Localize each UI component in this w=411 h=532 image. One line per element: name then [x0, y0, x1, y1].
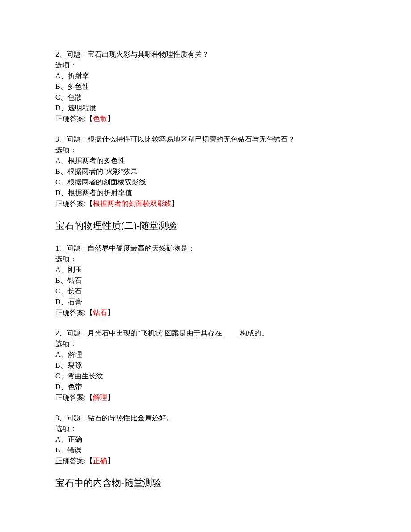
option-a: A、正确 [55, 434, 356, 445]
answer-suffix: 】 [107, 394, 114, 401]
option-c: C、根据两者的刻面棱双影线 [55, 177, 356, 188]
option-b: B、裂隙 [55, 360, 356, 371]
option-c: C、色散 [55, 92, 356, 103]
question-block-5: 3、问题：钻石的导热性比金属还好。 选项： A、正确 B、错误 正确答案:【正确… [55, 413, 356, 466]
answer-line: 正确答案:【根据两者的刻面棱双影线】 [55, 198, 356, 209]
option-b: B、根据两者的"火彩"效果 [55, 166, 356, 177]
answer-line: 正确答案:【钻石】 [55, 307, 356, 318]
option-b: B、钻石 [55, 275, 356, 286]
option-b: B、错误 [55, 445, 356, 456]
option-d: D、石膏 [55, 297, 356, 307]
question-text: 1、问题：自然界中硬度最高的天然矿物是： [55, 243, 356, 254]
question-block-4: 2、问题：月光石中出现的"飞机状"图案是由于其存在 ____ 构成的。 选项： … [55, 328, 356, 403]
section-title-2: 宝石中的内含物-随堂测验 [55, 476, 356, 490]
option-d: D、透明程度 [55, 103, 356, 113]
answer-text: 根据两者的刻面棱双影线 [93, 200, 172, 207]
section-title-1: 宝石的物理性质(二)-随堂测验 [55, 219, 356, 233]
answer-text: 色散 [93, 115, 107, 122]
answer-prefix: 正确答案:【 [55, 200, 93, 207]
answer-prefix: 正确答案:【 [55, 309, 93, 316]
question-text: 3、问题：根据什么特性可以比较容易地区别已切磨的无色钻石与无色锆石？ [55, 134, 356, 145]
answer-prefix: 正确答案:【 [55, 394, 93, 401]
answer-text: 正确 [93, 457, 107, 465]
options-label: 选项： [55, 145, 356, 155]
question-block-2: 3、问题：根据什么特性可以比较容易地区别已切磨的无色钻石与无色锆石？ 选项： A… [55, 134, 356, 209]
option-a: A、折射率 [55, 71, 356, 81]
answer-suffix: 】 [107, 115, 114, 122]
answer-text: 钻石 [93, 309, 107, 316]
option-d: D、色带 [55, 381, 356, 392]
option-a: A、刚玉 [55, 264, 356, 275]
answer-suffix: 】 [107, 309, 114, 316]
question-block-1: 2、问题：宝石出现火彩与其哪种物理性质有关？ 选项： A、折射率 B、多色性 C… [55, 49, 356, 124]
question-block-3: 1、问题：自然界中硬度最高的天然矿物是： 选项： A、刚玉 B、钻石 C、长石 … [55, 243, 356, 318]
option-b: B、多色性 [55, 81, 356, 92]
question-text: 2、问题：宝石出现火彩与其哪种物理性质有关？ [55, 49, 356, 60]
options-label: 选项： [55, 423, 356, 434]
options-label: 选项： [55, 339, 356, 349]
answer-line: 正确答案:【色散】 [55, 113, 356, 124]
answer-prefix: 正确答案:【 [55, 115, 93, 122]
answer-prefix: 正确答案:【 [55, 457, 93, 465]
answer-text: 解理 [93, 394, 107, 401]
answer-line: 正确答案:【正确】 [55, 456, 356, 466]
answer-suffix: 】 [107, 457, 114, 465]
option-d: D、根据两者的折射率值 [55, 188, 356, 198]
option-c: C、弯曲生长纹 [55, 371, 356, 381]
option-a: A、解理 [55, 349, 356, 360]
options-label: 选项： [55, 254, 356, 264]
options-label: 选项： [55, 60, 356, 71]
question-text: 2、问题：月光石中出现的"飞机状"图案是由于其存在 ____ 构成的。 [55, 328, 356, 339]
option-c: C、长石 [55, 286, 356, 297]
answer-line: 正确答案:【解理】 [55, 392, 356, 403]
answer-suffix: 】 [172, 200, 179, 207]
option-a: A、根据两者的多色性 [55, 155, 356, 166]
question-text: 3、问题：钻石的导热性比金属还好。 [55, 413, 356, 423]
